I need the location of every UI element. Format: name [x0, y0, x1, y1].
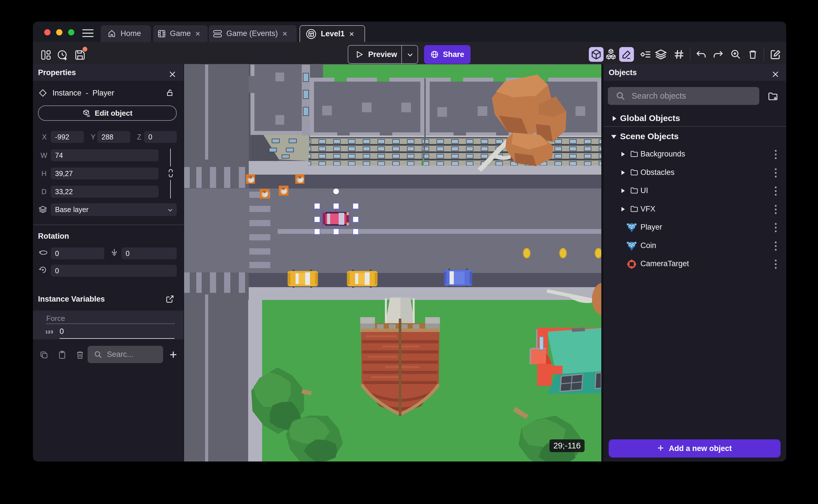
svg-text:3D: 3D	[87, 115, 90, 117]
